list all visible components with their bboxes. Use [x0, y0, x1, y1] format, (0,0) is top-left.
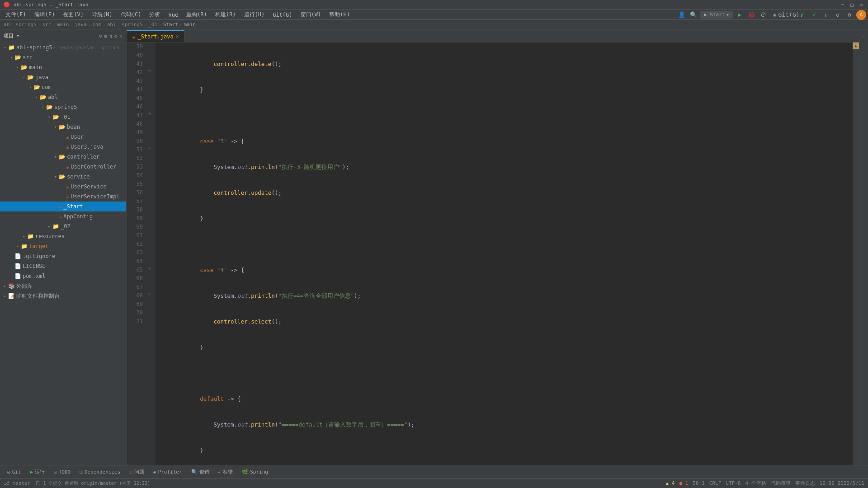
checkmark-button[interactable]: ✓: [797, 10, 807, 20]
tab-close-button[interactable]: ✕: [176, 33, 179, 39]
collapse-52[interactable]: ⊖: [148, 145, 151, 150]
breadcrumb-main[interactable]: main: [57, 22, 69, 28]
editor-container: ☕ _Start.java ✕ 39 40 41 42 43 44 45 46 …: [127, 30, 859, 465]
tree-item-abl[interactable]: ▾ 📂 abl: [0, 92, 126, 102]
list-icon[interactable]: ≡: [104, 33, 107, 39]
menu-refactor[interactable]: 重构(R): [183, 10, 211, 19]
locate-icon[interactable]: ⊙: [99, 33, 102, 39]
collapse-42[interactable]: ⊖: [148, 68, 151, 73]
tree-item-UserService[interactable]: ☕ UserService: [0, 182, 126, 192]
tab-start-java[interactable]: ☕ _Start.java ✕: [127, 30, 184, 42]
code-line-42: case "3" -> {: [159, 137, 849, 145]
tree-item-ext-libs[interactable]: ▸ 📚 外部库: [0, 281, 126, 291]
minimize-button[interactable]: ─: [840, 2, 845, 8]
tree-item-spring5[interactable]: ▾ 📂 spring5: [0, 102, 126, 112]
menu-file[interactable]: 文件(F): [2, 10, 30, 19]
collapse-66[interactable]: ⊖: [148, 266, 151, 271]
settings-button[interactable]: ⚙: [844, 10, 854, 20]
bottom-tab-profiler[interactable]: ◈ Profiler: [150, 467, 186, 477]
tree-item-scratch[interactable]: ▸ 📝 临时文件和控制台: [0, 291, 126, 301]
breadcrumb-com[interactable]: com: [92, 22, 101, 28]
menu-edit[interactable]: 编辑(E): [31, 10, 59, 19]
tree-item-AppConfig[interactable]: ☕ AppConfig: [0, 211, 126, 221]
menu-window[interactable]: 窗口(W): [297, 10, 325, 19]
tree-item-01[interactable]: ▾ 📂 _01: [0, 112, 126, 122]
error-count[interactable]: ● 1: [679, 480, 688, 486]
breadcrumb-abl[interactable]: abl: [107, 22, 116, 28]
bottom-tab-spring[interactable]: 🌿 Spring: [238, 467, 272, 477]
tree-item-UserController[interactable]: ☕ UserController: [0, 162, 126, 172]
maximize-button[interactable]: □: [849, 2, 855, 8]
tree-item-controller[interactable]: ▾ 📂 controller: [0, 152, 126, 162]
tree-item-resources[interactable]: ▸ 📁 resources: [0, 231, 126, 241]
title-bar: 🔴 abl-spring5 – _Start.java ─ □ ✕: [0, 0, 868, 10]
bottom-tab-run[interactable]: ▶ 运行: [27, 467, 49, 477]
breadcrumb-main2[interactable]: main: [184, 22, 196, 28]
settings-icon[interactable]: ⚙: [114, 33, 118, 39]
run-config-dropdown[interactable]: ▶ Start ▾: [700, 11, 733, 19]
undo-button[interactable]: ↺: [833, 10, 843, 20]
bottom-tab-bookmark[interactable]: ✓ 标错: [215, 467, 237, 477]
menu-analyze[interactable]: 分析: [146, 10, 164, 19]
tree-item-target[interactable]: ▸ 📁 target: [0, 241, 126, 251]
tree-item-root[interactable]: ▾ 📁 abl-spring5 C:\work\java\abl-spring5: [0, 42, 126, 52]
git-button[interactable]: Git(G):: [786, 10, 796, 20]
review-mode[interactable]: 代码审查: [771, 480, 791, 487]
encoding[interactable]: UTF-8: [726, 480, 741, 486]
tree-item-User[interactable]: ☕ User: [0, 132, 126, 142]
tree-item-User3[interactable]: ☕ User3.java: [0, 142, 126, 152]
tree-item-gitignore[interactable]: 📄 .gitignore: [0, 251, 126, 261]
debug-tab-icon: 🔍: [191, 469, 198, 475]
bottom-tab-debug[interactable]: 🔍 俊错: [188, 467, 213, 477]
git-status[interactable]: ⎇ master: [4, 480, 30, 486]
menu-run[interactable]: 运行(U): [241, 10, 269, 19]
menu-code[interactable]: 代码(C): [117, 10, 145, 19]
tree-item-src[interactable]: ▾ 📂 src: [0, 52, 126, 62]
update-button[interactable]: ↓: [821, 10, 831, 20]
coverage-button[interactable]: ⏱: [758, 10, 768, 20]
avatar-button[interactable]: A: [856, 10, 866, 20]
tree-item-com[interactable]: ▾ 📂 com: [0, 82, 126, 92]
menu-view[interactable]: 视图(V): [59, 10, 87, 19]
tree-item-02[interactable]: ▸ 📁 _02: [0, 221, 126, 231]
warning-count[interactable]: ▲ 4: [666, 480, 675, 486]
profile-button[interactable]: 👤: [677, 10, 687, 20]
search-button[interactable]: 🔍: [689, 10, 698, 20]
tree-item-bean[interactable]: ▾ 📂 bean: [0, 122, 126, 132]
breadcrumb-start[interactable]: Start: [163, 22, 178, 28]
right-panel-label[interactable]: ›: [861, 35, 866, 38]
breadcrumb-project[interactable]: abl-spring5: [4, 22, 37, 28]
breadcrumb-java[interactable]: java: [75, 22, 87, 28]
breadcrumb-src[interactable]: src: [42, 22, 51, 28]
tree-item-license[interactable]: 📄 LICENSE: [0, 261, 126, 271]
bottom-tab-git[interactable]: ◎ Git: [4, 467, 25, 477]
sort-icon[interactable]: ⇅: [109, 33, 112, 39]
bottom-tab-todo[interactable]: ☑ TODO: [50, 467, 74, 477]
menu-help[interactable]: 帮助(H): [326, 10, 354, 19]
close-button[interactable]: ✕: [859, 2, 864, 8]
run-button[interactable]: ▶: [735, 10, 745, 20]
tree-item-pom[interactable]: 📄 pom.xml: [0, 271, 126, 281]
breadcrumb-01[interactable]: _01: [148, 22, 157, 28]
collapse-68[interactable]: ⊖: [148, 291, 151, 296]
breadcrumb-spring5[interactable]: spring5: [122, 22, 142, 28]
menu-vue[interactable]: Vue: [165, 11, 182, 19]
tree-item-java[interactable]: ▾ 📂 java: [0, 72, 126, 82]
menu-git[interactable]: Git(G): [269, 11, 296, 19]
checkmark2-button[interactable]: ✓: [809, 10, 819, 20]
menu-navigate[interactable]: 导航(N): [88, 10, 116, 19]
bottom-tab-problems[interactable]: ⚠ 问题: [126, 467, 148, 477]
code-content[interactable]: controller.delete(); } case "3" -> { Sys…: [156, 42, 853, 465]
tree-item-Start[interactable]: ☕ _Start: [0, 202, 126, 211]
line-ending[interactable]: CRLF: [709, 480, 722, 486]
close-icon[interactable]: ✕: [119, 33, 123, 39]
indent-spaces[interactable]: 4 个空格: [745, 480, 766, 487]
tree-item-service[interactable]: ▾ 📂 service: [0, 172, 126, 182]
collapse-47[interactable]: ⊖: [148, 111, 151, 116]
tree-item-UserServiceImpl[interactable]: ☕ UserServiceImpl: [0, 192, 126, 202]
menu-build[interactable]: 构建(B): [212, 10, 240, 19]
debug-button[interactable]: 🐞: [746, 10, 756, 20]
event-log[interactable]: 事件日志: [795, 480, 815, 487]
tree-item-main[interactable]: ▾ 📂 main: [0, 62, 126, 72]
bottom-tab-deps[interactable]: ⊞ Dependencies: [76, 467, 124, 477]
